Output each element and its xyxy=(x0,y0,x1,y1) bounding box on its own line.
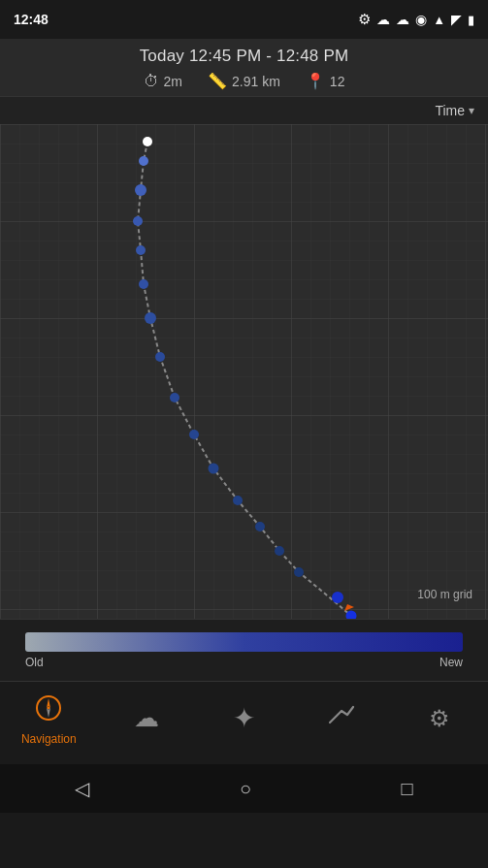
grid-label: 100 m grid xyxy=(417,588,472,601)
bottom-nav: Navigation ☁ ✦ ⚙ xyxy=(0,681,488,764)
cloud-status-icon: ☁ xyxy=(376,12,390,27)
home-button[interactable]: ○ xyxy=(240,778,251,800)
track-point xyxy=(139,279,148,289)
status-bar: 12:48 ⚙ ☁ ☁ ◉ ▲ ◤ ▮ xyxy=(0,0,488,39)
track-point xyxy=(209,464,219,474)
distance-stat: 📏 2.91 km xyxy=(208,72,280,90)
track-icon xyxy=(328,701,355,735)
track-point xyxy=(155,352,165,362)
track-point xyxy=(133,216,143,226)
time-label: Time xyxy=(435,103,465,118)
header-stats: ⏱ 2m 📏 2.91 km 📍 12 xyxy=(0,72,488,90)
track-point xyxy=(135,184,146,196)
cloud2-status-icon: ☁ xyxy=(396,12,409,27)
battery-status-icon: ▮ xyxy=(468,13,474,27)
cloud-icon: ☁ xyxy=(134,703,159,733)
nav-item-star[interactable]: ✦ xyxy=(195,702,293,738)
back-button[interactable]: ◁ xyxy=(75,777,89,800)
wifi-status-icon: ◤ xyxy=(451,12,462,27)
distance-value: 2.91 km xyxy=(232,74,280,89)
pin-icon: 📍 xyxy=(306,72,325,90)
points-stat: 📍 12 xyxy=(306,72,345,90)
nav-item-settings[interactable]: ⚙ xyxy=(390,705,488,736)
recent-button[interactable]: □ xyxy=(402,778,413,800)
nav-item-track[interactable] xyxy=(293,701,391,739)
track-point xyxy=(255,522,265,531)
track-point xyxy=(136,245,146,255)
nav-label-navigation: Navigation xyxy=(21,732,77,746)
signal-status-icon: ▲ xyxy=(433,13,445,27)
status-icons: ⚙ ☁ ☁ ◉ ▲ ◤ ▮ xyxy=(358,11,474,28)
track-point xyxy=(294,567,304,577)
nav-item-weather[interactable]: ☁ xyxy=(98,703,196,737)
clock-icon: ⏱ xyxy=(144,73,159,90)
gradient-bar xyxy=(25,632,463,652)
gear-icon: ⚙ xyxy=(429,705,450,732)
header-title: Today 12:45 PM - 12:48 PM xyxy=(0,47,488,66)
system-nav-bar: ◁ ○ □ xyxy=(0,764,488,813)
track-point xyxy=(233,496,243,505)
map-area: 100 m grid xyxy=(0,124,488,619)
duration-stat: ⏱ 2m xyxy=(144,73,182,90)
legend-labels: Old New xyxy=(25,656,463,669)
track-point xyxy=(170,393,179,402)
legend-bar: Old New xyxy=(0,619,488,681)
chevron-down-icon: ▾ xyxy=(469,104,474,117)
legend-new-label: New xyxy=(439,656,463,669)
track-point xyxy=(145,312,156,324)
legend-old-label: Old xyxy=(25,656,44,669)
track-point xyxy=(189,430,199,439)
settings-status-icon: ⚙ xyxy=(358,11,371,28)
points-value: 12 xyxy=(330,74,345,89)
location-status-icon: ◉ xyxy=(415,12,427,27)
grid-svg xyxy=(0,124,488,619)
time-display: 12:48 xyxy=(14,12,49,27)
compass-icon xyxy=(35,694,62,728)
header: Today 12:45 PM - 12:48 PM ⏱ 2m 📏 2.91 km… xyxy=(0,39,488,97)
track-point xyxy=(332,592,343,603)
track-point-start xyxy=(143,137,152,146)
track-point xyxy=(139,156,148,166)
ruler-icon: 📏 xyxy=(208,72,227,90)
star4-icon: ✦ xyxy=(233,702,255,734)
svg-rect-1 xyxy=(0,124,488,619)
track-point xyxy=(275,546,284,556)
time-bar: Time ▾ xyxy=(0,97,488,124)
nav-item-navigation[interactable]: Navigation xyxy=(0,694,98,746)
time-dropdown[interactable]: Time ▾ xyxy=(435,103,474,118)
duration-value: 2m xyxy=(164,74,182,89)
